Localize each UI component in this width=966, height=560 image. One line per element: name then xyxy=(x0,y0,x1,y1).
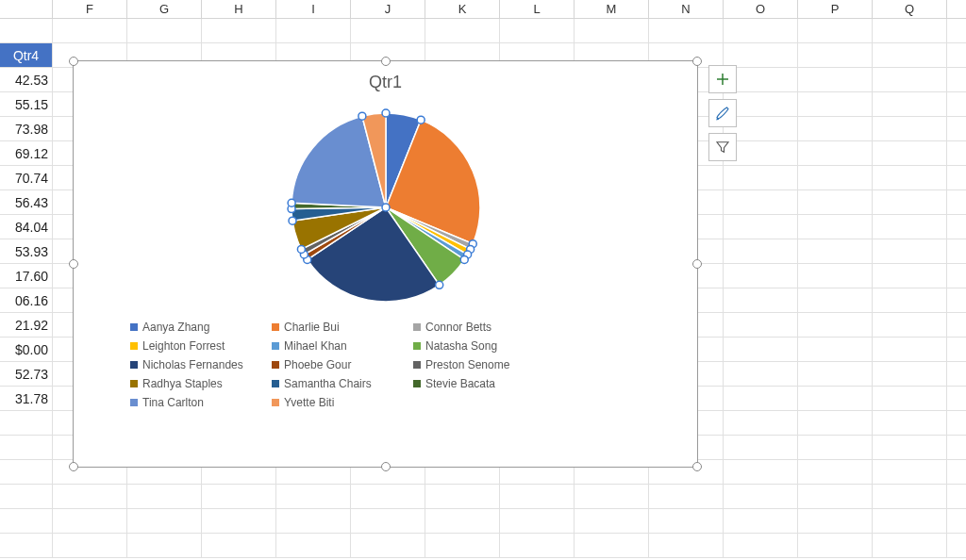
cell[interactable] xyxy=(724,43,798,67)
series-selection-handle[interactable] xyxy=(297,245,305,253)
cell[interactable] xyxy=(798,141,873,165)
series-selection-handle[interactable] xyxy=(460,255,468,263)
cell[interactable] xyxy=(53,19,127,42)
cell[interactable] xyxy=(947,264,966,288)
legend-item[interactable]: Samantha Chairs xyxy=(272,377,394,390)
cell[interactable] xyxy=(202,534,276,557)
cell[interactable] xyxy=(0,509,53,533)
cell[interactable] xyxy=(575,509,649,533)
chart-legend[interactable]: Aanya ZhangCharlie BuiConnor BettsLeight… xyxy=(74,311,697,419)
cell[interactable] xyxy=(873,534,947,557)
column-header[interactable]: K xyxy=(425,0,500,18)
resize-handle-tl[interactable] xyxy=(69,57,78,66)
cell[interactable] xyxy=(947,288,966,312)
cell[interactable] xyxy=(798,166,873,189)
cell[interactable] xyxy=(0,460,53,484)
resize-handle-bc[interactable] xyxy=(381,462,391,471)
cell[interactable] xyxy=(873,411,947,435)
cell[interactable]: 52.73 xyxy=(0,362,53,386)
cell[interactable] xyxy=(798,92,873,116)
cell[interactable] xyxy=(798,190,873,214)
cell[interactable] xyxy=(202,509,276,533)
cell[interactable] xyxy=(649,19,724,42)
cell[interactable] xyxy=(425,509,500,533)
cell[interactable] xyxy=(873,436,947,459)
cell[interactable] xyxy=(351,485,425,508)
cell[interactable] xyxy=(947,362,966,386)
legend-item[interactable]: Aanya Zhang xyxy=(130,321,253,334)
cell[interactable] xyxy=(724,411,798,435)
cell[interactable] xyxy=(351,509,425,533)
cell[interactable] xyxy=(798,68,873,91)
cell[interactable]: 31.78 xyxy=(0,387,53,410)
cell[interactable] xyxy=(500,19,575,42)
cell[interactable] xyxy=(947,19,966,42)
cell[interactable]: 06.16 xyxy=(0,288,53,312)
cell[interactable] xyxy=(873,19,947,42)
legend-item[interactable]: Nicholas Fernandes xyxy=(130,358,253,371)
cell[interactable] xyxy=(947,92,966,116)
cell[interactable]: 55.15 xyxy=(0,92,53,116)
cell[interactable] xyxy=(276,19,351,42)
cell[interactable] xyxy=(500,485,575,508)
cell[interactable] xyxy=(798,117,873,140)
cell[interactable] xyxy=(575,534,649,557)
cell[interactable] xyxy=(0,19,53,42)
cell[interactable]: 21.92 xyxy=(0,313,53,337)
cell[interactable] xyxy=(649,534,724,557)
cell[interactable] xyxy=(724,436,798,459)
cell[interactable] xyxy=(798,411,873,435)
legend-item[interactable]: Natasha Song xyxy=(413,339,536,353)
chart-styles-button[interactable] xyxy=(708,99,737,127)
resize-handle-br[interactable] xyxy=(692,462,702,471)
cell[interactable]: 17.60 xyxy=(0,264,53,288)
cell[interactable] xyxy=(724,313,798,337)
cell[interactable] xyxy=(0,411,53,435)
cell[interactable] xyxy=(947,509,966,533)
series-selection-handle[interactable] xyxy=(288,199,295,206)
cell[interactable] xyxy=(724,264,798,288)
cell[interactable] xyxy=(798,239,873,263)
column-header[interactable]: Q xyxy=(873,0,947,18)
pie-plot-area[interactable] xyxy=(74,104,697,311)
cell[interactable] xyxy=(947,43,966,67)
cell[interactable] xyxy=(873,264,947,288)
cell[interactable] xyxy=(947,338,966,361)
legend-item[interactable]: Preston Senome xyxy=(413,358,536,371)
resize-handle-bl[interactable] xyxy=(69,462,78,471)
cell[interactable] xyxy=(798,43,873,67)
cell[interactable] xyxy=(947,239,966,263)
cell[interactable]: 69.12 xyxy=(0,141,53,165)
resize-handle-tr[interactable] xyxy=(692,57,702,66)
cell[interactable]: $0.00 xyxy=(0,338,53,361)
cell[interactable] xyxy=(947,141,966,165)
cell[interactable] xyxy=(724,19,798,42)
series-selection-handle[interactable] xyxy=(289,217,296,224)
cell[interactable] xyxy=(798,215,873,239)
cell[interactable]: 84.04 xyxy=(0,215,53,239)
cell[interactable]: 42.53 xyxy=(0,68,53,91)
cell[interactable]: 73.98 xyxy=(0,117,53,140)
column-header[interactable]: R xyxy=(947,0,966,18)
legend-item[interactable]: Mihael Khan xyxy=(272,339,394,353)
cell[interactable] xyxy=(724,387,798,410)
cell[interactable] xyxy=(724,338,798,361)
cell[interactable] xyxy=(798,387,873,410)
cell[interactable] xyxy=(873,362,947,386)
cell[interactable] xyxy=(575,19,649,42)
legend-item[interactable]: Yvette Biti xyxy=(272,396,394,409)
cell[interactable]: 53.93 xyxy=(0,239,53,263)
cell[interactable] xyxy=(947,436,966,459)
series-selection-handle[interactable] xyxy=(382,109,390,117)
cell[interactable] xyxy=(53,509,127,533)
cell[interactable]: 70.74 xyxy=(0,166,53,189)
cell[interactable] xyxy=(873,166,947,189)
cell[interactable] xyxy=(798,509,873,533)
cell[interactable] xyxy=(947,313,966,337)
cell[interactable] xyxy=(724,362,798,386)
cell[interactable] xyxy=(798,264,873,288)
cell[interactable]: 56.43 xyxy=(0,190,53,214)
column-header[interactable]: F xyxy=(53,0,127,18)
cell[interactable] xyxy=(873,117,947,140)
cell[interactable] xyxy=(873,460,947,484)
